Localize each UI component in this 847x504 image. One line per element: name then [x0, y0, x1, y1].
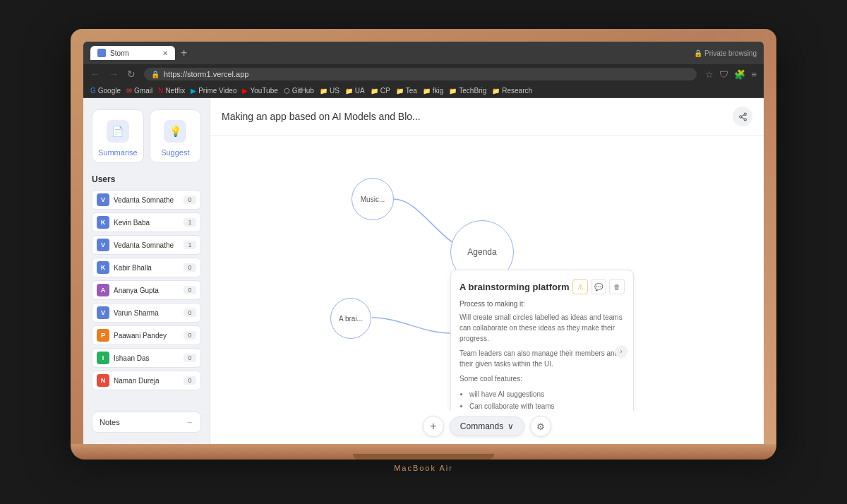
url-text: https://storm1.vercel.app [164, 70, 248, 78]
node-music[interactable]: Music... [352, 178, 394, 220]
bookmark-github-label: GitHub [292, 87, 314, 95]
browser-titlebar: Storm ✕ + 🔒 Private browsing [83, 42, 764, 64]
user-name-vedanta-2: Vedanta Somnathe [114, 241, 179, 249]
notes-label: Notes [100, 418, 120, 426]
bookmark-fkig[interactable]: 📁 fkig [423, 87, 444, 95]
add-node-button[interactable]: + [423, 416, 444, 437]
extensions-icon[interactable]: 🧩 [734, 69, 745, 80]
bookmark-techbrig[interactable]: 📁 TechBrig [449, 87, 486, 95]
bookmark-us-label: US [330, 87, 340, 95]
card-node-brainstorming[interactable]: A brainstorming platform ⚠ 💬 🗑 Process t… [450, 270, 634, 411]
bookmark-ua[interactable]: 📁 UA [345, 87, 365, 95]
tab-area: Storm ✕ + [90, 46, 690, 60]
user-item-kevin[interactable]: K Kevin Baba 1 [92, 212, 201, 232]
forward-button[interactable]: → [109, 68, 119, 80]
commands-chevron-icon: ∨ [507, 421, 514, 431]
user-name-vedanta-1: Vedanta Somnathe [114, 196, 179, 204]
user-item-vedanta-2[interactable]: V Vedanta Somnathe 1 [92, 235, 201, 255]
node-music-label: Music... [361, 196, 385, 203]
svg-point-1 [739, 115, 741, 117]
sidebar: 📄 Summarise 💡 Suggest Users [83, 98, 210, 444]
browser-tab-storm[interactable]: Storm ✕ [90, 46, 175, 60]
bookmark-ua-label: UA [355, 87, 365, 95]
node-brai-label: A brai... [339, 315, 363, 323]
sidebar-cards: 📄 Summarise 💡 Suggest [92, 109, 201, 163]
bookmark-netflix[interactable]: N Netflix [158, 87, 185, 95]
new-tab-button[interactable]: + [178, 47, 190, 59]
window-controls: 🔒 Private browsing [694, 49, 757, 57]
tab-favicon [97, 49, 106, 57]
bookmark-icon[interactable]: ☆ [705, 69, 714, 80]
bookmark-tea-label: Tea [406, 87, 417, 95]
node-brai[interactable]: A brai... [330, 298, 371, 339]
svg-line-3 [741, 117, 744, 119]
user-item-naman[interactable]: N Naman Dureja 0 [92, 371, 201, 390]
bookmark-us[interactable]: 📁 US [320, 87, 340, 95]
share-button[interactable] [733, 107, 752, 126]
reload-button[interactable]: ↻ [127, 68, 136, 80]
user-count-paawani: 0 [184, 331, 196, 340]
app-content: 📄 Summarise 💡 Suggest Users [83, 98, 764, 444]
canvas-toolbar: + Commands ∨ ⚙ [210, 409, 764, 444]
user-avatar-p: P [97, 329, 109, 342]
notes-button[interactable]: Notes → [92, 412, 201, 433]
suggest-icon: 💡 [164, 120, 186, 143]
shield-icon: 🛡 [719, 69, 728, 80]
bookmark-netflix-label: Netflix [165, 87, 185, 95]
gmail-icon: ✉ [126, 87, 132, 95]
address-bar[interactable]: 🔒 https://storm1.vercel.app [144, 68, 697, 80]
bookmark-gmail[interactable]: ✉ Gmail [126, 87, 152, 95]
user-count-ananya: 0 [184, 286, 196, 294]
user-item-ananya[interactable]: A Ananya Gupta 0 [92, 280, 201, 300]
user-name-naman: Naman Dureja [114, 377, 179, 385]
settings-button[interactable]: ⚙ [530, 416, 551, 437]
youtube-icon: ▶ [242, 87, 248, 95]
commands-button[interactable]: Commands ∨ [450, 416, 524, 436]
card-subtitle: Process to making it: [459, 300, 625, 308]
bookmark-youtube[interactable]: ▶ YouTube [242, 87, 277, 95]
ua-icon: 📁 [345, 88, 353, 95]
back-button[interactable]: ← [90, 68, 100, 80]
bookmark-gmail-label: Gmail [134, 87, 152, 95]
user-item-ishaan[interactable]: I Ishaan Das 0 [92, 348, 201, 368]
card-node-actions: ⚠ 💬 🗑 [572, 279, 625, 294]
user-count-0: 0 [184, 196, 196, 204]
suggest-card[interactable]: 💡 Suggest [150, 109, 201, 163]
user-name-ananya: Ananya Gupta [114, 287, 179, 294]
bookmark-prime[interactable]: ▶ Prime Video [191, 87, 236, 95]
user-name-varun: Varun Sharma [114, 309, 179, 317]
tab-close-button[interactable]: ✕ [162, 49, 168, 57]
user-item-vedanta-1[interactable]: V Vedanta Somnathe 0 [92, 190, 201, 210]
bookmark-prime-label: Prime Video [198, 87, 236, 95]
user-item-kabir[interactable]: K Kabir Bhalla 0 [92, 258, 201, 277]
bookmark-cp-label: CP [380, 87, 390, 95]
bookmarks-bar: G Google ✉ Gmail N Netflix ▶ Prime Video [83, 84, 764, 98]
user-count-ishaan: 0 [184, 354, 196, 362]
card-delete-button[interactable]: 🗑 [609, 279, 625, 294]
user-item-varun[interactable]: V Varun Sharma 0 [92, 303, 201, 323]
bookmark-github[interactable]: ⬡ GitHub [284, 87, 314, 95]
user-name-kabir: Kabir Bhalla [114, 264, 179, 272]
card-expand-button[interactable]: › [615, 345, 627, 358]
card-warning-button[interactable]: ⚠ [572, 279, 588, 294]
card-comment-button[interactable]: 💬 [591, 279, 606, 294]
tea-icon: 📁 [396, 88, 404, 95]
bookmark-cp[interactable]: 📁 CP [371, 87, 390, 95]
card-feature-1: will have AI suggestions [469, 388, 625, 400]
private-browsing-label: 🔒 Private browsing [694, 49, 757, 57]
screen-bezel: Storm ✕ + 🔒 Private browsing ← → ↻ [71, 29, 776, 444]
bookmark-google[interactable]: G Google [90, 87, 121, 95]
netflix-icon: N [158, 87, 163, 95]
user-item-paawani[interactable]: P Paawani Pandey 0 [92, 325, 201, 345]
bookmark-research[interactable]: 📁 Research [492, 87, 532, 95]
summarise-card[interactable]: 📄 Summarise [92, 109, 144, 163]
menu-icon[interactable]: ≡ [751, 69, 757, 80]
research-icon: 📁 [492, 88, 500, 95]
card-text-3: Some cool features: [459, 373, 625, 384]
canvas-diagram[interactable]: Music... Agenda A brai... [210, 136, 764, 411]
card-features-list: will have AI suggestions Can collaborate… [469, 388, 625, 411]
commands-label: Commands [460, 421, 503, 431]
notes-arrow-icon: → [186, 418, 193, 426]
users-section: Users V Vedanta Somnathe 0 K Kevin Baba [92, 174, 201, 400]
bookmark-tea[interactable]: 📁 Tea [396, 87, 417, 95]
